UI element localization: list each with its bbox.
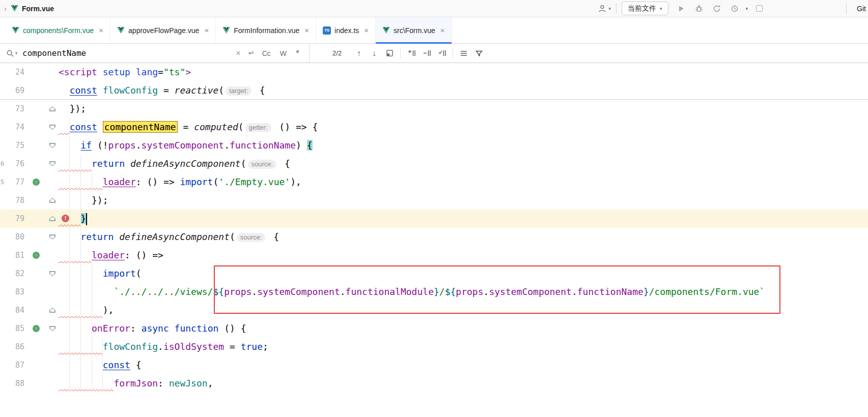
fold-marker-icon[interactable] (49, 308, 55, 313)
chevron-down-icon[interactable]: ▾ (609, 6, 611, 11)
line-number[interactable]: 85 (0, 319, 24, 338)
line-number[interactable]: 87 (0, 356, 24, 374)
previous-match-button[interactable]: ↑ (351, 49, 367, 58)
gutter[interactable]: 75 (0, 136, 59, 155)
chevron-down-icon[interactable]: ▾ (746, 6, 748, 11)
chevron-right-icon[interactable]: › (4, 4, 7, 13)
gutter[interactable]: 88 (0, 374, 59, 393)
gutter[interactable]: 80 (0, 228, 59, 246)
line-number[interactable]: 77 (0, 173, 24, 191)
code-text[interactable]: flowConfig.isOldSystem = true; (59, 338, 268, 356)
whole-words-toggle[interactable]: W (275, 49, 291, 57)
line-number[interactable]: 74 (0, 118, 24, 136)
run-icon[interactable] (675, 2, 688, 15)
fold-marker-icon[interactable] (49, 106, 55, 111)
profiler-icon[interactable] (710, 2, 723, 15)
code-line-87[interactable]: 87 const { (0, 356, 868, 374)
stop-icon[interactable] (752, 2, 766, 15)
gutter[interactable]: 78 (0, 191, 59, 210)
code-text[interactable]: const flowConfig = reactive(target: { (59, 81, 265, 100)
editor-tab[interactable]: TSindex.ts× (316, 17, 376, 43)
code-with-me-icon[interactable] (596, 2, 609, 15)
line-number[interactable]: 81 (0, 246, 24, 264)
gutter[interactable]: 82 (0, 264, 59, 283)
code-text[interactable]: return defineAsyncComponent(source: { (59, 155, 290, 173)
fold-marker-icon[interactable] (49, 125, 55, 130)
code-line-82[interactable]: 82 import( (0, 264, 868, 283)
code-text[interactable]: const { (59, 356, 142, 374)
run-configuration-selector[interactable]: 当前文件 ▾ (622, 2, 668, 15)
fold-marker-icon[interactable] (49, 216, 55, 221)
editor-tab[interactable]: approveFlowPage.vue× (110, 17, 216, 43)
gutter[interactable]: 83 (0, 283, 59, 301)
gutter[interactable]: 24 (0, 63, 59, 81)
fold-marker-icon[interactable] (49, 326, 55, 331)
regex-toggle[interactable]: * (291, 51, 304, 56)
code-area[interactable]: 24<script setup lang="ts">69 const flowC… (0, 63, 868, 393)
code-line-74[interactable]: 74 const componentName = computed(getter… (0, 118, 868, 136)
gutter[interactable]: 79 (0, 210, 59, 228)
code-text[interactable]: import( (59, 264, 142, 283)
gutter[interactable]: 73 (0, 100, 59, 118)
gutter[interactable]: 81↑ (0, 246, 59, 264)
line-number[interactable]: 82 (0, 264, 24, 283)
code-text[interactable]: formJson: newJson, (59, 374, 213, 393)
fold-marker-icon[interactable] (49, 271, 55, 276)
code-text[interactable]: return defineAsyncComponent(source: { (59, 228, 279, 246)
git-menu-label[interactable]: Git (857, 5, 866, 13)
add-occurrence-icon[interactable] (404, 46, 419, 61)
line-number[interactable]: 83 (0, 283, 24, 301)
code-line-73[interactable]: 73 }); (0, 100, 868, 118)
code-text[interactable]: loader: () => (59, 246, 163, 264)
code-line-75[interactable]: 75 if (!props.systemComponent.functionNa… (0, 136, 868, 155)
remove-occurrence-icon[interactable] (419, 46, 434, 61)
search-field[interactable]: ▾ componentName × Cc W * (0, 44, 310, 63)
tab-close-icon[interactable]: × (204, 26, 209, 35)
newline-icon[interactable] (244, 49, 258, 57)
editor-tab[interactable]: src\Form.vue× (376, 17, 452, 43)
search-icon[interactable]: ▾ (6, 49, 17, 57)
code-line-24[interactable]: 24<script setup lang="ts"> (0, 63, 868, 81)
code-line-77[interactable]: 577↑ loader: () => import('./Empty.vue')… (0, 173, 868, 191)
code-line-79[interactable]: 79! } (0, 210, 868, 228)
code-text[interactable]: onError: async function () { (59, 319, 246, 338)
code-text[interactable]: ), (59, 301, 114, 319)
overrides-gutter-icon[interactable]: ↑ (33, 178, 40, 186)
fold-marker-icon[interactable] (49, 198, 55, 203)
line-number[interactable]: 24 (0, 63, 24, 81)
line-number[interactable]: 84 (0, 301, 24, 319)
line-number[interactable]: 86 (0, 338, 24, 356)
gutter[interactable]: 84 (0, 301, 59, 319)
tab-close-icon[interactable]: × (364, 26, 369, 35)
match-case-toggle[interactable]: Cc (258, 49, 275, 57)
line-number[interactable]: 80 (0, 228, 24, 246)
error-icon[interactable]: ! (62, 215, 69, 222)
run-history-icon[interactable] (728, 2, 741, 15)
gutter[interactable]: 577↑ (0, 173, 59, 191)
code-text[interactable]: <script setup lang="ts"> (59, 63, 191, 81)
code-line-69[interactable]: 69 const flowConfig = reactive(target: { (0, 81, 868, 100)
line-number[interactable]: 78 (0, 191, 24, 210)
fold-marker-icon[interactable] (49, 234, 55, 240)
gutter[interactable]: 85↑ (0, 319, 59, 338)
code-text[interactable]: }); (59, 100, 86, 118)
gutter[interactable]: 74 (0, 118, 59, 136)
search-query[interactable]: componentName (22, 48, 86, 58)
code-text[interactable]: const componentName = computed(getter: (… (59, 118, 318, 136)
code-text[interactable]: loader: () => import('./Empty.vue'), (59, 173, 301, 191)
code-line-83[interactable]: 83 `./../../../views/${props.systemCompo… (0, 283, 868, 301)
line-number[interactable]: 73 (0, 100, 24, 118)
fold-marker-icon[interactable] (49, 143, 55, 148)
gutter[interactable]: 86 (0, 338, 59, 356)
code-line-88[interactable]: 88 formJson: newJson, (0, 374, 868, 393)
gutter[interactable]: 69 (0, 81, 59, 100)
line-number[interactable]: 75 (0, 136, 24, 155)
code-line-81[interactable]: 81↑ loader: () => (0, 246, 868, 264)
tab-close-icon[interactable]: × (99, 26, 103, 35)
overrides-gutter-icon[interactable]: ↑ (33, 252, 40, 259)
tab-close-icon[interactable]: × (440, 26, 445, 35)
debug-icon[interactable] (692, 2, 706, 15)
open-in-find-window-icon[interactable] (382, 46, 397, 61)
gutter[interactable]: 676 (0, 155, 59, 173)
clear-search-icon[interactable]: × (233, 49, 243, 58)
